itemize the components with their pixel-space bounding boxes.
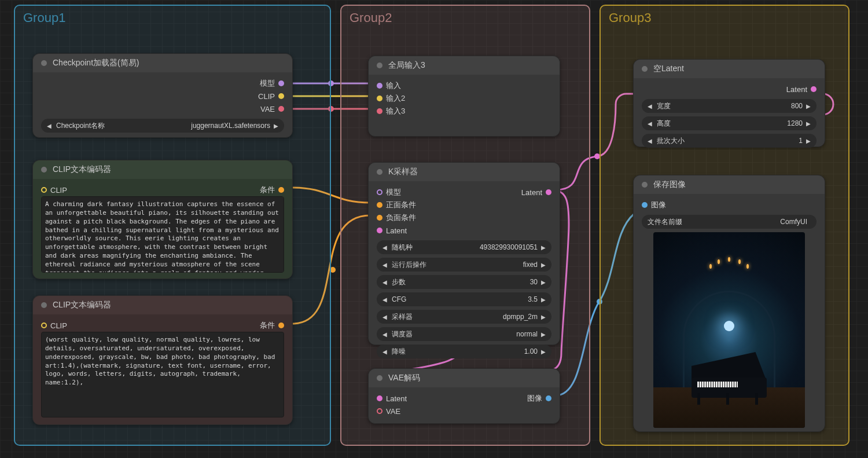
port-latent-out[interactable] bbox=[546, 189, 551, 195]
out-vae-label: VAE bbox=[260, 105, 275, 113]
node-ksampler[interactable]: K采样器 模型 Latent 正面条件 负面条件 Latent ◀随机种4938… bbox=[368, 162, 560, 345]
node-clip-negative[interactable]: CLIP文本编码器 CLIP 条件 bbox=[32, 295, 293, 425]
node-empty-latent[interactable]: 空Latent Latent ◀宽度800▶ ◀高度1280▶ ◀批次大小1▶ bbox=[633, 59, 825, 147]
collapse-icon[interactable] bbox=[41, 60, 47, 66]
port-vae-in[interactable] bbox=[377, 408, 382, 414]
port-latent-in[interactable] bbox=[377, 395, 382, 401]
node-vae-decode[interactable]: VAE解码 Latent 图像 VAE bbox=[368, 368, 560, 424]
out-clip-label: CLIP bbox=[258, 92, 275, 101]
out-model-label: 模型 bbox=[260, 78, 275, 89]
after-field[interactable]: ◀运行后操作fixed▶ bbox=[377, 258, 551, 272]
port-pos-in[interactable] bbox=[377, 202, 382, 208]
node-global-inputs[interactable]: 全局输入3 输入 输入2 输入3 bbox=[368, 56, 560, 137]
negative-prompt-textarea[interactable] bbox=[41, 332, 284, 417]
port-image-out[interactable] bbox=[546, 395, 551, 401]
cfg-field[interactable]: ◀CFG3.5▶ bbox=[377, 292, 551, 306]
port-model-in[interactable] bbox=[377, 189, 382, 195]
node-title: CLIP文本编码器 bbox=[53, 300, 111, 310]
node-title: CLIP文本编码器 bbox=[53, 164, 111, 175]
port-in1[interactable] bbox=[377, 83, 382, 89]
port-image-in[interactable] bbox=[642, 202, 648, 208]
collapse-icon[interactable] bbox=[642, 182, 648, 188]
node-clip-positive[interactable]: CLIP文本编码器 CLIP 条件 bbox=[32, 160, 293, 279]
node-canvas[interactable]: Group1 Group2 Group3 Checkpoint加载器(简易) 模… bbox=[0, 0, 868, 458]
collapse-icon[interactable] bbox=[377, 375, 382, 381]
height-field[interactable]: ◀高度1280▶ bbox=[642, 116, 816, 130]
port-cond-out[interactable] bbox=[278, 323, 284, 328]
port-neg-in[interactable] bbox=[377, 215, 382, 221]
port-latent-in[interactable] bbox=[377, 228, 382, 233]
sampler-field[interactable]: ◀采样器dpmpp_2m▶ bbox=[377, 310, 551, 324]
group2-title: Group2 bbox=[341, 6, 589, 30]
checkpoint-name-field[interactable]: ◀ Checkpoint名称 juggernautXL.safetensors … bbox=[41, 119, 284, 133]
node-title: 空Latent bbox=[653, 64, 684, 74]
node-title: 保存图像 bbox=[653, 179, 686, 190]
collapse-icon[interactable] bbox=[41, 167, 47, 173]
collapse-icon[interactable] bbox=[377, 63, 382, 68]
port-vae[interactable] bbox=[278, 106, 284, 112]
group1-title: Group1 bbox=[15, 6, 330, 30]
width-field[interactable]: ◀宽度800▶ bbox=[642, 99, 816, 113]
chevron-right-icon[interactable]: ▶ bbox=[274, 123, 278, 129]
collapse-icon[interactable] bbox=[41, 302, 47, 308]
port-model[interactable] bbox=[278, 80, 284, 86]
node-title: 全局输入3 bbox=[388, 60, 425, 71]
seed-field[interactable]: ◀随机种493829930091051▶ bbox=[377, 240, 551, 254]
node-title: K采样器 bbox=[388, 167, 418, 177]
steps-field[interactable]: ◀步数30▶ bbox=[377, 275, 551, 289]
port-in3[interactable] bbox=[377, 108, 382, 114]
port-in2[interactable] bbox=[377, 96, 382, 101]
port-clip-in[interactable] bbox=[41, 187, 47, 193]
node-checkpoint-loader[interactable]: Checkpoint加载器(简易) 模型 CLIP VAE ◀ Checkpoi… bbox=[32, 53, 293, 138]
filename-prefix-field[interactable]: 文件名前缀 ComfyUI bbox=[642, 215, 816, 229]
denoise-field[interactable]: ◀降噪1.00▶ bbox=[377, 345, 551, 358]
node-title: VAE解码 bbox=[388, 373, 420, 383]
port-clip[interactable] bbox=[278, 93, 284, 99]
collapse-icon[interactable] bbox=[377, 169, 382, 175]
batch-field[interactable]: ◀批次大小1▶ bbox=[642, 134, 816, 148]
node-title: Checkpoint加载器(简易) bbox=[53, 58, 139, 68]
group3-title: Group3 bbox=[601, 6, 848, 30]
scheduler-field[interactable]: ◀调度器normal▶ bbox=[377, 327, 551, 341]
chevron-left-icon[interactable]: ◀ bbox=[47, 123, 52, 129]
output-image-preview[interactable] bbox=[653, 232, 805, 428]
node-save-image[interactable]: 保存图像 图像 文件名前缀 ComfyUI bbox=[633, 175, 825, 432]
port-latent-out[interactable] bbox=[811, 86, 816, 92]
port-cond-out[interactable] bbox=[278, 187, 284, 193]
port-clip-in[interactable] bbox=[41, 323, 47, 328]
positive-prompt-textarea[interactable] bbox=[41, 196, 284, 273]
collapse-icon[interactable] bbox=[642, 66, 648, 72]
